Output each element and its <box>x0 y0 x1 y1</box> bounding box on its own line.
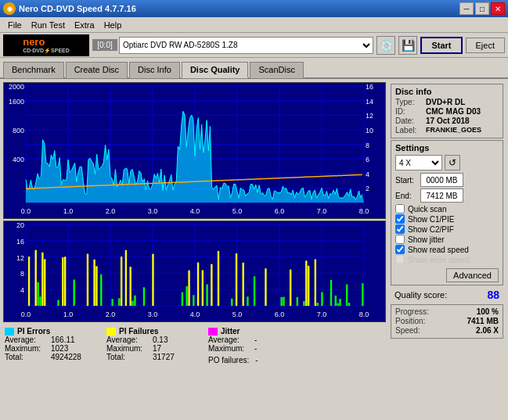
pi-errors-avg-val: 166.11 <box>51 336 94 344</box>
disc-icon-button[interactable]: 💿 <box>376 36 395 55</box>
pi-failures-avg-val: 0.13 <box>153 336 196 344</box>
speed-row: 4 X Max 8 X 2 X ↺ <box>395 155 499 171</box>
start-mb-input[interactable] <box>420 173 463 187</box>
title-text: Nero CD-DVD Speed 4.7.7.16 <box>19 4 136 13</box>
show-write-speed-label: Show write speed <box>408 256 470 264</box>
drive-combo[interactable]: Optiarc DVD RW AD-5280S 1.Z8 <box>119 37 373 54</box>
po-failures-val: - <box>255 356 258 364</box>
end-mb-label: End: <box>395 192 417 200</box>
show-read-speed-row: Show read speed <box>395 245 499 254</box>
pi-errors-total-val: 4924228 <box>51 353 94 361</box>
po-failures-label: PO failures: <box>208 356 249 364</box>
pi-errors-color <box>5 328 14 336</box>
settings-title: Settings <box>395 143 499 153</box>
pi-errors-max-val: 1023 <box>51 344 94 353</box>
maximize-button[interactable]: □ <box>475 2 489 15</box>
quick-scan-checkbox[interactable] <box>395 204 405 214</box>
show-c1pie-checkbox[interactable] <box>395 214 405 224</box>
bottom-chart <box>3 221 386 322</box>
speed-value: 2.06 X <box>476 326 499 335</box>
settings-section: Settings 4 X Max 8 X 2 X ↺ Start: End: <box>391 140 503 285</box>
refresh-button[interactable]: ↺ <box>445 155 460 171</box>
jitter-max-key: Maximum: <box>208 344 251 353</box>
pi-failures-max-val: 17 <box>153 344 196 353</box>
menu-bar: File Run Test Extra Help <box>0 17 508 33</box>
disc-info-type: Type: DVD+R DL <box>395 98 499 106</box>
progress-value: 100 % <box>477 307 499 316</box>
legend-jitter: Jitter Average: - Maximum: - PO failures… <box>208 327 297 364</box>
logo: nero CD·DVD⚡SPEED <box>3 34 89 56</box>
start-mb-label: Start: <box>395 176 417 185</box>
show-write-speed-row: Show write speed <box>395 255 499 264</box>
advanced-button[interactable]: Advanced <box>446 268 499 282</box>
show-write-speed-checkbox <box>395 255 405 264</box>
menu-help[interactable]: Help <box>99 19 127 31</box>
disc-info-date: Date: 17 Oct 2018 <box>395 117 499 125</box>
end-mb-row: End: <box>395 188 499 203</box>
tab-disc-quality[interactable]: Disc Quality <box>182 62 249 78</box>
position-row: Position: 7411 MB <box>395 317 499 325</box>
main-content: PI Errors Average: 166.11 Maximum: 1023 … <box>0 79 508 420</box>
show-read-speed-checkbox[interactable] <box>395 245 405 254</box>
disc-info-title: Disc info <box>395 87 499 96</box>
menu-extra[interactable]: Extra <box>70 19 99 31</box>
show-c1pie-row: Show C1/PIE <box>395 214 499 224</box>
tab-bar: Benchmark Create Disc Disc Info Disc Qua… <box>0 58 508 79</box>
pi-failures-max-key: Maximum: <box>106 344 150 353</box>
quick-scan-row: Quick scan <box>395 204 499 214</box>
disc-info-section: Disc info Type: DVD+R DL ID: CMC MAG D03… <box>391 84 503 138</box>
pi-errors-title: PI Errors <box>17 327 50 336</box>
tab-create-disc[interactable]: Create Disc <box>66 62 128 78</box>
jitter-title: Jitter <box>221 327 240 336</box>
menu-run-test[interactable]: Run Test <box>27 19 70 31</box>
minimize-button[interactable]: ─ <box>459 2 474 15</box>
start-button[interactable]: Start <box>420 37 462 54</box>
quality-score-value: 88 <box>487 289 499 301</box>
pi-errors-max-key: Maximum: <box>5 344 48 353</box>
quick-scan-label: Quick scan <box>408 205 446 214</box>
tab-disc-info[interactable]: Disc Info <box>129 62 180 78</box>
tab-scan-disc[interactable]: ScanDisc <box>250 62 303 78</box>
jitter-avg-val: - <box>254 336 297 344</box>
show-c1pie-label: Show C1/PIE <box>408 215 454 224</box>
save-icon-button[interactable]: 💾 <box>398 36 417 55</box>
pi-failures-title: PI Failures <box>119 327 159 336</box>
legend: PI Errors Average: 166.11 Maximum: 1023 … <box>3 324 386 366</box>
legend-pi-failures: PI Failures Average: 0.13 Maximum: 17 To… <box>106 327 196 364</box>
pi-failures-color <box>106 328 116 336</box>
app-icon: ◉ <box>3 2 16 15</box>
show-jitter-label: Show jitter <box>408 235 445 244</box>
pi-failures-total-key: Total: <box>106 353 150 361</box>
close-button[interactable]: ✕ <box>491 2 505 15</box>
toolbar: nero CD·DVD⚡SPEED [0:0] Optiarc DVD RW A… <box>0 33 508 58</box>
jitter-color <box>208 328 218 336</box>
chart-area: PI Errors Average: 166.11 Maximum: 1023 … <box>3 82 386 418</box>
disc-info-id: ID: CMC MAG D03 <box>395 107 499 116</box>
show-read-speed-label: Show read speed <box>408 246 469 254</box>
end-mb-input[interactable] <box>420 188 463 203</box>
menu-file[interactable]: File <box>3 19 27 31</box>
position-label: Position: <box>395 317 425 325</box>
logo-sub: CD·DVD⚡SPEED <box>23 48 70 54</box>
drive-label: [0:0] <box>92 39 117 51</box>
pi-failures-total-val: 31727 <box>153 353 196 361</box>
pi-errors-avg-key: Average: <box>5 336 48 344</box>
drive-select-area: [0:0] Optiarc DVD RW AD-5280S 1.Z8 <box>92 37 373 54</box>
show-c2pif-label: Show C2/PIF <box>408 225 454 234</box>
disc-info-label: Label: FRANKIE_GOES <box>395 126 499 135</box>
show-jitter-row: Show jitter <box>395 235 499 244</box>
jitter-avg-key: Average: <box>208 336 251 344</box>
pi-errors-total-key: Total: <box>5 353 48 361</box>
top-chart <box>3 82 386 219</box>
show-c2pif-row: Show C2/PIF <box>395 224 499 234</box>
start-mb-row: Start: <box>395 173 499 187</box>
tab-benchmark[interactable]: Benchmark <box>3 62 64 78</box>
jitter-max-val: - <box>254 344 297 353</box>
show-jitter-checkbox[interactable] <box>395 235 405 244</box>
eject-button[interactable]: Eject <box>466 38 505 53</box>
speed-select[interactable]: 4 X Max 8 X 2 X <box>395 155 442 171</box>
legend-pi-errors: PI Errors Average: 166.11 Maximum: 1023 … <box>5 327 94 364</box>
right-panel: Disc info Type: DVD+R DL ID: CMC MAG D03… <box>389 82 505 418</box>
speed-label: Speed: <box>395 326 420 335</box>
show-c2pif-checkbox[interactable] <box>395 224 405 234</box>
